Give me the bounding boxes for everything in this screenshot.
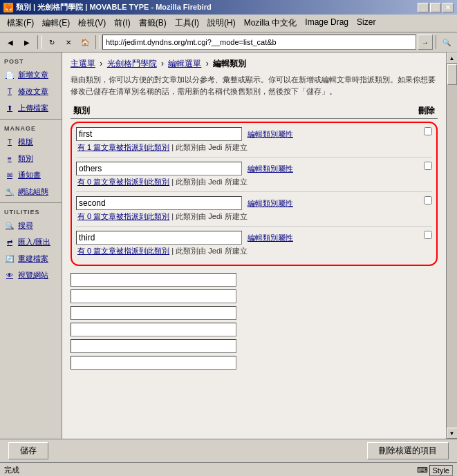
templates-icon: T — [4, 136, 15, 147]
sidebar-item-import-export[interactable]: ⇄ 匯入/匯出 — [0, 234, 62, 250]
breadcrumb-edit-menu[interactable]: 編輯選單 — [168, 59, 201, 68]
minimize-button[interactable]: _ — [418, 3, 429, 12]
menu-bookmarks[interactable]: 書籤(B) — [135, 16, 171, 30]
post-section-label: POST — [0, 55, 62, 66]
new-category-input[interactable] — [71, 273, 236, 287]
new-category-input[interactable] — [71, 356, 236, 370]
article-count-link[interactable]: 有 0 篇文章被指派到此類別 — [77, 178, 169, 186]
stop-button[interactable]: ✕ — [61, 35, 76, 50]
sidebar-item-rebuild[interactable]: 🔄 重建檔案 — [0, 250, 62, 267]
edit-category-link[interactable]: 編輯類別屬性 — [248, 129, 293, 140]
upload-icon: ⬆ — [4, 102, 15, 113]
menu-help[interactable]: 說明(H) — [203, 16, 240, 30]
new-category-input[interactable] — [71, 289, 236, 303]
menu-mozilla-zh[interactable]: Mozilla 中文化 — [240, 16, 301, 30]
category-item: 編輯類別屬性 有 0 篇文章被指派到此類別 | 此類別由 Jedi 所建立 — [76, 231, 432, 260]
manage-section-label: MANAGE — [0, 122, 62, 133]
menu-sizer[interactable]: Sizer — [353, 16, 380, 30]
back-button[interactable]: ◀ — [3, 35, 18, 50]
delete-checkbox[interactable] — [424, 231, 432, 239]
column-header-category: 類別 — [73, 105, 90, 117]
plugins-icon: 🔧 — [4, 186, 15, 197]
categories-icon: ≡ — [4, 153, 15, 164]
delete-selected-button[interactable]: 刪除核選的項目 — [367, 442, 449, 459]
menu-file[interactable]: 檔案(F) — [3, 16, 38, 30]
scroll-down-arrow[interactable]: ▼ — [447, 428, 458, 439]
address-input[interactable] — [106, 38, 413, 46]
sidebar-item-newsletter[interactable]: ✉ 通知書 — [0, 166, 62, 183]
save-button[interactable]: 儲存 — [8, 442, 48, 459]
category-name-input[interactable] — [76, 196, 242, 210]
sidebar-item-label-categories: 類別 — [18, 153, 33, 164]
delete-checkbox[interactable] — [424, 127, 432, 135]
category-info: 有 0 篇文章被指派到此類別 | 此類別由 Jedi 所建立 — [76, 177, 432, 187]
status-right: ⌨ Style — [417, 465, 453, 476]
menu-edit[interactable]: 編輯(E) — [38, 16, 74, 30]
edit-category-link[interactable]: 編輯類別屬性 — [248, 233, 293, 243]
sidebar-item-preview[interactable]: 👁 視覽網站 — [0, 267, 62, 283]
sidebar-item-search[interactable]: 🔍 搜尋 — [0, 217, 62, 234]
reload-button[interactable]: ↻ — [44, 35, 59, 50]
new-category-input[interactable] — [71, 339, 236, 353]
edit-category-link[interactable]: 編輯類別屬性 — [248, 164, 293, 174]
menu-image-drag[interactable]: Image Drag — [301, 16, 353, 30]
close-button[interactable]: ✕ — [442, 3, 454, 12]
breadcrumb-school[interactable]: 光劍格鬥學院 — [107, 59, 157, 68]
sidebar-divider-2 — [0, 202, 62, 203]
category-item: 編輯類別屬性 有 1 篇文章被指派到此類別 | 此類別由 Jedi 所建立 — [76, 127, 432, 158]
sidebar-item-new-article[interactable]: 📄 新增文章 — [0, 66, 62, 83]
table-header: 類別 刪除 — [71, 104, 438, 119]
menu-tools[interactable]: 工具(I) — [171, 16, 203, 30]
breadcrumb-current: 編輯類別 — [213, 59, 246, 68]
scroll-thumb[interactable] — [447, 64, 457, 85]
new-category-input[interactable] — [71, 323, 236, 336]
titlebar: 🦊 類別 | 光劍格鬥學院 | MOVABLE TYPE - Mozilla F… — [0, 0, 457, 15]
search-icon[interactable]: 🔍 — [439, 35, 454, 50]
new-category-input[interactable] — [71, 306, 236, 320]
extra-inputs-area — [71, 273, 438, 370]
maximize-button[interactable]: □ — [430, 3, 441, 12]
import-export-icon: ⇄ — [4, 236, 15, 247]
sidebar-item-label-templates: 模版 — [18, 137, 33, 147]
delete-checkbox[interactable] — [424, 162, 432, 170]
utilities-section-label: UTILITIES — [0, 206, 62, 217]
article-count-link[interactable]: 有 0 篇文章被指派到此類別 — [77, 212, 169, 220]
home-button[interactable]: 🏠 — [77, 35, 93, 50]
sidebar-item-categories[interactable]: ≡ 類別 — [0, 150, 62, 166]
content-area: 主選單 › 光劍格鬥學院 › 編輯選單 › 編輯類別 藉由類別，你可以方便的對文… — [62, 53, 446, 439]
main-container: POST 📄 新增文章 T 修改文章 ⬆ 上傳檔案 MANAGE T 模版 ≡ … — [0, 53, 457, 439]
category-creator: 此類別由 Jedi 所建立 — [176, 247, 247, 255]
category-item: 編輯類別屬性 有 0 篇文章被指派到此類別 | 此類別由 Jedi 所建立 — [76, 196, 432, 227]
menu-view[interactable]: 檢視(V) — [74, 16, 110, 30]
category-creator: 此類別由 Jedi 所建立 — [176, 212, 247, 220]
sidebar-item-upload[interactable]: ⬆ 上傳檔案 — [0, 99, 62, 116]
toolbar-separator-1 — [37, 35, 38, 49]
breadcrumb: 主選單 › 光劍格鬥學院 › 編輯選單 › 編輯類別 — [71, 58, 438, 70]
window-controls: _ □ ✕ — [418, 3, 454, 12]
sidebar-item-plugins[interactable]: 🔧 網誌組態 — [0, 183, 62, 200]
sidebar-item-label-new-article: 新增文章 — [18, 70, 48, 80]
article-count-link[interactable]: 有 0 篇文章被指派到此類別 — [77, 247, 169, 255]
scroll-up-arrow[interactable]: ▲ — [447, 53, 458, 64]
category-name-input[interactable] — [76, 127, 242, 141]
sidebar-item-edit-article[interactable]: T 修改文章 — [0, 83, 62, 99]
style-panel[interactable]: Style — [429, 465, 453, 476]
navigation-toolbar: ◀ ▶ ↻ ✕ 🏠 → 🔍 — [0, 32, 457, 53]
new-article-icon: 📄 — [4, 69, 15, 80]
go-button[interactable]: → — [418, 35, 433, 50]
toolbar-separator-2 — [41, 35, 42, 49]
sidebar-item-label-rebuild: 重建檔案 — [18, 254, 48, 264]
status-text: 完成 — [4, 465, 19, 475]
description-text: 藉由類別，你可以方便的對文章加以分參考、彙整或顯示。你可以在新增或編輯文章時指派… — [71, 75, 436, 95]
rebuild-icon: 🔄 — [4, 253, 15, 264]
forward-button[interactable]: ▶ — [19, 35, 35, 50]
article-count-link[interactable]: 有 1 篇文章被指派到此類別 — [77, 143, 169, 151]
breadcrumb-main-menu[interactable]: 主選單 — [71, 59, 95, 68]
delete-checkbox[interactable] — [424, 196, 432, 204]
sidebar-item-label-plugins: 網誌組態 — [18, 187, 48, 197]
edit-category-link[interactable]: 編輯類別屬性 — [248, 198, 293, 209]
menu-go[interactable]: 前(I) — [110, 16, 134, 30]
category-name-input[interactable] — [76, 231, 242, 245]
sidebar-item-templates[interactable]: T 模版 — [0, 133, 62, 150]
category-name-input[interactable] — [76, 162, 242, 175]
